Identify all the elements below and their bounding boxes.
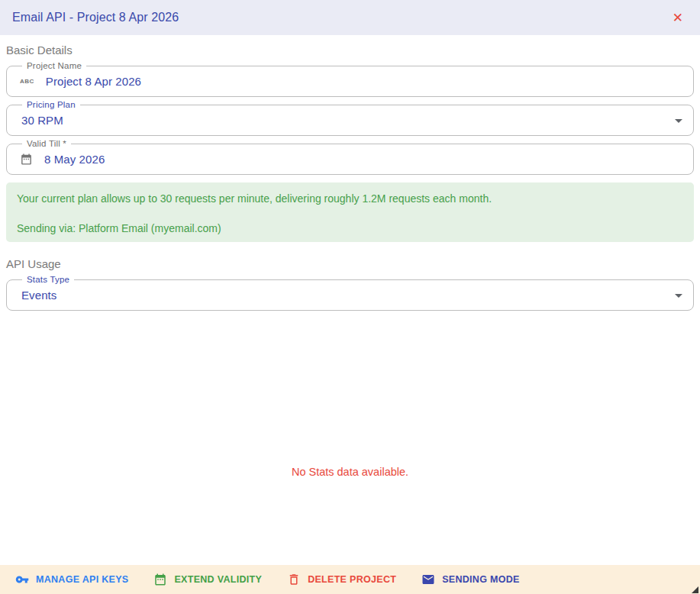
project-name-label: Project Name bbox=[22, 61, 86, 71]
project-name-field[interactable]: Project Name ABC Project 8 Apr 2026 bbox=[6, 66, 694, 97]
key-icon bbox=[15, 573, 29, 586]
project-name-value: Project 8 Apr 2026 bbox=[46, 75, 141, 88]
no-stats-message: No Stats data available. bbox=[0, 466, 700, 478]
mail-icon bbox=[421, 573, 435, 586]
abc-icon: ABC bbox=[20, 79, 34, 85]
footer-button-label: EXTEND VALIDITY bbox=[174, 574, 262, 585]
pricing-plan-value: 30 RPM bbox=[21, 114, 63, 127]
footer-button-label: MANAGE API KEYS bbox=[36, 574, 128, 585]
calendar-icon bbox=[20, 153, 33, 166]
close-icon[interactable]: ✕ bbox=[669, 8, 686, 27]
stats-type-select[interactable]: Stats Type Events bbox=[6, 279, 694, 311]
trash-icon bbox=[287, 573, 301, 586]
chevron-down-icon bbox=[675, 119, 682, 123]
pricing-plan-select[interactable]: Pricing Plan 30 RPM bbox=[6, 105, 694, 136]
manage-api-keys-button[interactable]: MANAGE API KEYS bbox=[15, 573, 128, 586]
resize-handle[interactable] bbox=[692, 586, 698, 593]
stats-type-label: Stats Type bbox=[22, 275, 74, 285]
api-usage-heading: API Usage bbox=[6, 258, 694, 270]
valid-till-value: 8 May 2026 bbox=[44, 153, 105, 166]
footer-button-label: SENDING MODE bbox=[442, 574, 520, 585]
dialog-title: Email API - Project 8 Apr 2026 bbox=[12, 11, 179, 24]
calendar-icon bbox=[153, 573, 167, 586]
basic-details-heading: Basic Details bbox=[6, 44, 694, 56]
extend-validity-button[interactable]: EXTEND VALIDITY bbox=[153, 573, 262, 586]
project-details-dialog: Email API - Project 8 Apr 2026 ✕ Basic D… bbox=[0, 0, 700, 594]
valid-till-label: Valid Till * bbox=[22, 139, 71, 149]
pricing-plan-label: Pricing Plan bbox=[22, 100, 80, 110]
valid-till-field[interactable]: Valid Till * 8 May 2026 bbox=[6, 144, 694, 175]
delete-project-button[interactable]: DELETE PROJECT bbox=[287, 573, 396, 586]
plan-info-line1: Your current plan allows up to 30 reques… bbox=[17, 192, 683, 205]
chevron-down-icon bbox=[675, 294, 682, 298]
dialog-header: Email API - Project 8 Apr 2026 ✕ bbox=[0, 0, 700, 35]
stats-type-value: Events bbox=[21, 289, 56, 302]
dialog-footer: MANAGE API KEYS EXTEND VALIDITY DELETE P… bbox=[0, 565, 700, 594]
plan-info-box: Your current plan allows up to 30 reques… bbox=[6, 182, 694, 242]
dialog-body: Basic Details Project Name ABC Project 8… bbox=[0, 35, 700, 565]
sending-mode-button[interactable]: SENDING MODE bbox=[421, 573, 520, 586]
plan-info-line2: Sending via: Platform Email (myemail.com… bbox=[17, 222, 683, 234]
footer-button-label: DELETE PROJECT bbox=[308, 574, 396, 585]
